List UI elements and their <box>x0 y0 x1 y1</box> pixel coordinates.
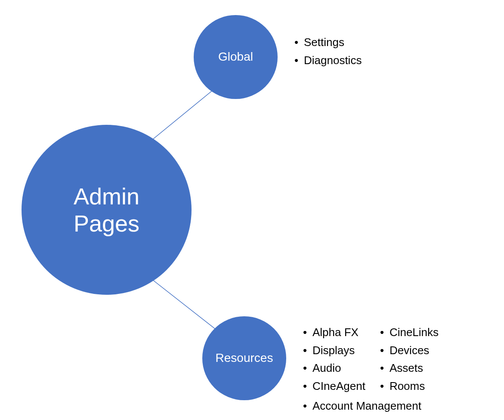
list-item: Assets <box>378 360 439 377</box>
list-item: CIneAgent <box>301 378 365 395</box>
resources-col-2: CineLinks Devices Assets Rooms <box>378 323 439 396</box>
list-item: CineLinks <box>378 324 439 341</box>
resources-col-1: Alpha FX Displays Audio CIneAgent <box>301 323 365 396</box>
root-node-admin-pages: AdminPages <box>22 125 192 295</box>
list-item: Diagnostics <box>293 52 362 69</box>
list-item: Rooms <box>378 378 439 395</box>
resources-full-row: Account Management <box>301 398 499 414</box>
child-node-global-label: Global <box>218 50 253 64</box>
svg-line-0 <box>144 88 215 146</box>
root-node-label: AdminPages <box>74 183 139 236</box>
child-node-global: Global <box>194 15 278 99</box>
list-item: Audio <box>301 360 365 377</box>
child-node-resources: Resources <box>202 316 286 400</box>
svg-line-1 <box>144 273 224 336</box>
list-item: Settings <box>293 34 362 51</box>
resources-items-list: Alpha FX Displays Audio CIneAgent CineLi… <box>301 323 499 416</box>
global-items-list: Settings Diagnostics <box>293 33 362 70</box>
child-node-resources-label: Resources <box>216 351 273 365</box>
list-item: Account Management <box>301 398 499 414</box>
list-item: Alpha FX <box>301 324 365 341</box>
diagram-canvas: AdminPages Global Resources Settings Dia… <box>0 0 504 420</box>
list-item: Devices <box>378 343 439 359</box>
list-item: Displays <box>301 343 365 359</box>
